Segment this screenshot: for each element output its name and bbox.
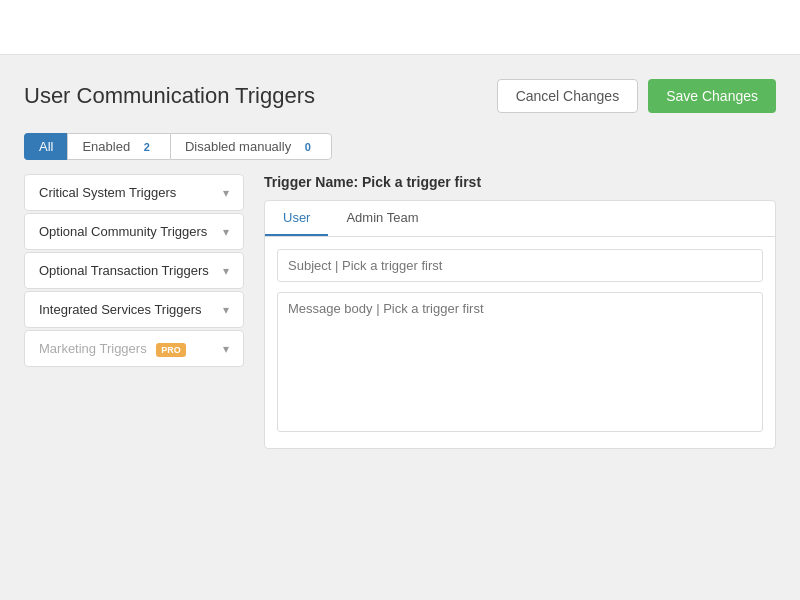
right-panel: Trigger Name: Pick a trigger first User …: [264, 174, 776, 449]
chevron-down-icon: ▾: [223, 225, 229, 239]
trigger-name-label: Trigger Name: Pick a trigger first: [264, 174, 776, 190]
trigger-group-marketing-header[interactable]: Marketing Triggers PRO ▾: [25, 331, 243, 366]
trigger-group-community: Optional Community Triggers ▾: [24, 213, 244, 250]
trigger-group-marketing-label: Marketing Triggers PRO: [39, 341, 186, 356]
filter-tab-enabled[interactable]: Enabled 2: [67, 133, 169, 160]
trigger-group-transaction-label: Optional Transaction Triggers: [39, 263, 209, 278]
top-bar: [0, 0, 800, 55]
filter-tabs: All Enabled 2 Disabled manually 0: [24, 133, 776, 160]
left-panel: Critical System Triggers ▾ Optional Comm…: [24, 174, 244, 449]
trigger-group-community-header[interactable]: Optional Community Triggers ▾: [25, 214, 243, 249]
trigger-group-transaction: Optional Transaction Triggers ▾: [24, 252, 244, 289]
chevron-down-icon: ▾: [223, 186, 229, 200]
pro-badge: PRO: [156, 343, 186, 357]
save-button[interactable]: Save Changes: [648, 79, 776, 113]
subject-field[interactable]: [277, 249, 763, 282]
tab-user[interactable]: User: [265, 201, 328, 236]
trigger-group-integrated-label: Integrated Services Triggers: [39, 302, 202, 317]
message-body: [265, 237, 775, 448]
filter-tab-all[interactable]: All: [24, 133, 67, 160]
trigger-group-critical: Critical System Triggers ▾: [24, 174, 244, 211]
trigger-group-critical-label: Critical System Triggers: [39, 185, 176, 200]
page-header: User Communication Triggers Cancel Chang…: [24, 79, 776, 113]
message-card: User Admin Team: [264, 200, 776, 449]
chevron-down-icon: ▾: [223, 303, 229, 317]
main-content: User Communication Triggers Cancel Chang…: [0, 55, 800, 473]
chevron-down-icon: ▾: [223, 264, 229, 278]
two-col-layout: Critical System Triggers ▾ Optional Comm…: [24, 174, 776, 449]
tab-admin-team[interactable]: Admin Team: [328, 201, 436, 236]
enabled-count: 2: [138, 140, 156, 154]
header-buttons: Cancel Changes Save Changes: [497, 79, 776, 113]
disabled-count: 0: [299, 140, 317, 154]
trigger-group-transaction-header[interactable]: Optional Transaction Triggers ▾: [25, 253, 243, 288]
trigger-group-critical-header[interactable]: Critical System Triggers ▾: [25, 175, 243, 210]
page-title: User Communication Triggers: [24, 83, 315, 109]
trigger-group-marketing: Marketing Triggers PRO ▾: [24, 330, 244, 367]
trigger-group-integrated-header[interactable]: Integrated Services Triggers ▾: [25, 292, 243, 327]
trigger-group-community-label: Optional Community Triggers: [39, 224, 207, 239]
message-tabs: User Admin Team: [265, 201, 775, 237]
body-field[interactable]: [277, 292, 763, 432]
cancel-button[interactable]: Cancel Changes: [497, 79, 639, 113]
filter-tab-disabled[interactable]: Disabled manually 0: [170, 133, 332, 160]
trigger-group-integrated: Integrated Services Triggers ▾: [24, 291, 244, 328]
chevron-down-icon: ▾: [223, 342, 229, 356]
